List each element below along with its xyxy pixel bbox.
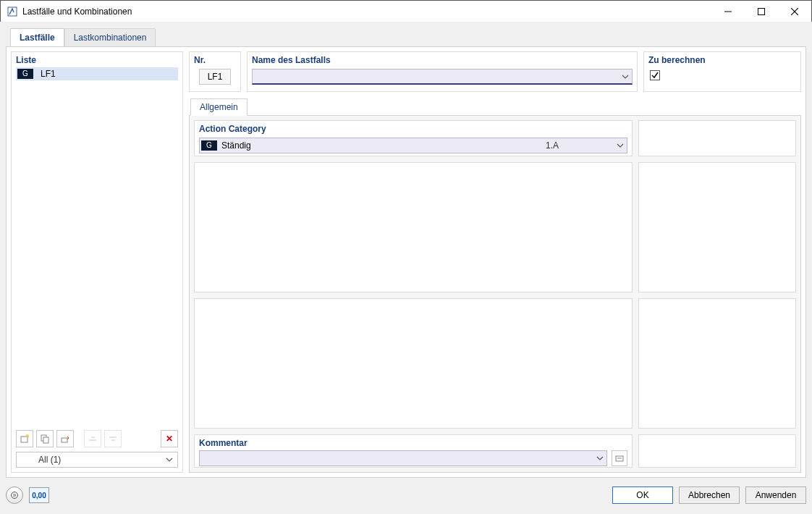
- app-icon: [7, 6, 18, 17]
- svg-rect-2: [758, 8, 765, 14]
- main-tabstrip: Lastfälle Lastkombinationen: [10, 28, 806, 46]
- placeholder-box: [194, 298, 633, 429]
- placeholder-box: [194, 162, 633, 292]
- copy-loadcase-button[interactable]: [36, 430, 54, 447]
- loadcase-name-input[interactable]: [252, 69, 633, 85]
- chevron-down-icon: [596, 455, 604, 462]
- name-label: Name des Lastfalls: [252, 55, 633, 67]
- help-button[interactable]: [6, 486, 23, 504]
- name-group: Name des Lastfalls: [247, 51, 638, 92]
- dialog-button-bar: 0,00 OK Abbrechen Anwenden: [6, 482, 806, 508]
- left-toolbar: ✕: [16, 427, 178, 452]
- calc-checkbox[interactable]: [650, 70, 660, 80]
- category-badge: G: [17, 69, 33, 79]
- filter-value: All (1): [38, 455, 61, 465]
- calc-label: Zu berechnen: [648, 55, 796, 67]
- placeholder-box: [638, 298, 796, 429]
- loadcase-list[interactable]: G LF1: [16, 67, 178, 427]
- delete-loadcase-button[interactable]: ✕: [161, 430, 178, 447]
- svg-rect-9: [62, 438, 67, 442]
- category-badge: G: [201, 140, 217, 151]
- nr-value: LF1: [199, 69, 231, 85]
- list-item[interactable]: G LF1: [16, 67, 178, 80]
- placeholder-box: [638, 162, 796, 292]
- svg-rect-8: [43, 437, 48, 443]
- maximize-button[interactable]: [745, 1, 778, 22]
- cancel-button[interactable]: Abbrechen: [679, 486, 740, 504]
- shift-down-button: [104, 430, 122, 447]
- comment-label: Kommentar: [199, 438, 627, 450]
- title-bar: Lastfälle und Kombinationen: [1, 1, 811, 22]
- apply-button[interactable]: Anwenden: [745, 486, 806, 504]
- action-category-name: Ständig: [221, 140, 546, 151]
- chevron-down-icon: [617, 142, 624, 149]
- chevron-down-icon: [622, 73, 629, 80]
- tab-combinations[interactable]: Lastkombinationen: [64, 28, 156, 47]
- tab-loadcases[interactable]: Lastfälle: [10, 28, 64, 47]
- general-tab-content: Action Category G Ständig 1.A: [189, 115, 801, 473]
- sort-loadcases-button[interactable]: [56, 430, 74, 447]
- action-category-select[interactable]: G Ständig 1.A: [199, 138, 627, 153]
- comment-edit-button[interactable]: [612, 450, 627, 466]
- new-loadcase-button[interactable]: [16, 430, 33, 447]
- ok-button[interactable]: OK: [612, 486, 673, 504]
- action-category-group: Action Category G Ständig 1.A: [194, 120, 633, 156]
- placeholder-box: [638, 120, 796, 156]
- action-category-label: Action Category: [199, 124, 627, 136]
- minimize-button[interactable]: [711, 1, 745, 22]
- shift-up-button: [84, 430, 101, 447]
- nr-label: Nr.: [194, 55, 236, 67]
- calc-group: Zu berechnen: [643, 51, 801, 92]
- filter-select[interactable]: All (1): [16, 452, 178, 468]
- svg-rect-5: [21, 437, 28, 442]
- tab-general[interactable]: Allgemein: [190, 98, 248, 116]
- comment-input[interactable]: [199, 450, 607, 466]
- comment-group: Kommentar: [194, 434, 633, 468]
- left-list-group: Liste G LF1: [11, 51, 183, 473]
- sub-tabstrip: Allgemein: [190, 98, 801, 115]
- nr-group: Nr. LF1: [189, 51, 241, 92]
- close-button[interactable]: [778, 1, 811, 22]
- placeholder-box: [638, 434, 796, 468]
- left-list-heading: Liste: [16, 55, 178, 67]
- chevron-down-icon: [166, 456, 173, 463]
- action-category-code: 1.A: [546, 140, 617, 151]
- svg-point-6: [27, 435, 29, 437]
- units-button[interactable]: 0,00: [29, 487, 49, 503]
- main-panel: Liste G LF1: [6, 46, 806, 478]
- window-title: Lastfälle und Kombinationen: [22, 7, 132, 17]
- list-item-label: LF1: [41, 69, 56, 79]
